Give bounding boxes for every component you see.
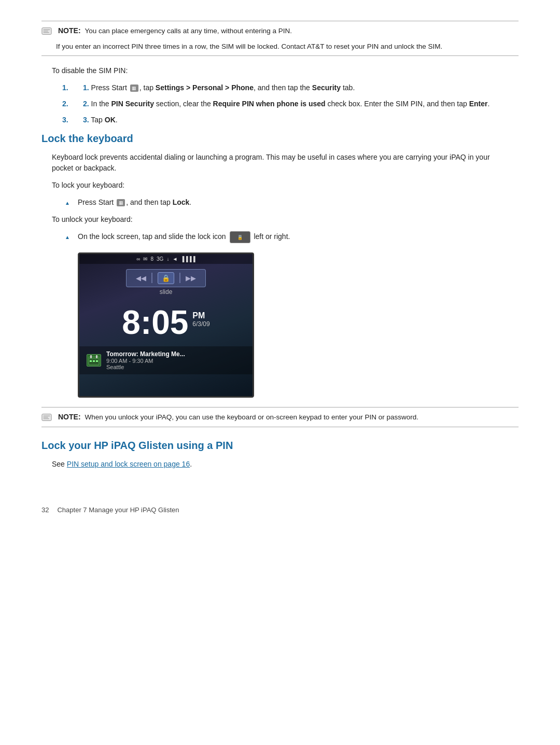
section-lock-keyboard: Lock the keyboard Keyboard lock prevents…: [41, 133, 519, 398]
note-box-top: NOTE: You can place emergency calls at a…: [41, 21, 519, 56]
step-2-bold1: PIN Security: [111, 100, 154, 108]
start-icon-1: ▦: [130, 85, 138, 92]
phone-cal-time: 9:00 AM - 9:30 AM: [106, 358, 245, 364]
note-icon-1: [41, 27, 52, 35]
lock-bullet-bold: Lock: [173, 198, 190, 206]
pin-link[interactable]: PIN setup and lock screen on page 16: [67, 460, 190, 468]
note-line-2: NOTE: When you unlock your iPAQ, you can…: [41, 413, 519, 421]
svg-rect-10: [96, 355, 97, 358]
svg-text:🔒: 🔒: [237, 235, 243, 240]
lock-bullet-item: Press Start ▦, and then tap Lock.: [67, 197, 508, 208]
phone-cal-title: Tomorrow: Marketing Me...: [106, 350, 245, 358]
note-label-1: NOTE:: [58, 26, 81, 35]
status-icon-signal: ↓: [166, 256, 169, 262]
slide-bar-bg: ◀◀ 🔒 ▶▶: [126, 269, 206, 287]
footer: 32 Chapter 7 Manage your HP iPAQ Glisten: [41, 501, 519, 514]
section-heading-lock-keyboard: Lock the keyboard: [41, 133, 519, 145]
note-icon-2: [41, 413, 52, 421]
slide-bar: ◀◀ 🔒 ▶▶: [79, 269, 253, 287]
note-line-1: NOTE: You can place emergency calls at a…: [41, 26, 519, 35]
svg-rect-9: [90, 355, 92, 358]
section-lock-keyboard-body: Keyboard lock prevents accidental dialin…: [41, 152, 519, 398]
pin-see-para: See PIN setup and lock screen on page 16…: [52, 459, 508, 470]
note-label-2: NOTE:: [58, 413, 81, 421]
step-3-label: 3.: [83, 116, 89, 124]
pin-see-text-before: See: [52, 460, 67, 468]
status-icon-voicemail: ∞: [136, 256, 140, 262]
unlock-bullet-list: On the lock screen, tap and slide the lo…: [52, 231, 508, 243]
status-icon-email: ✉: [143, 256, 147, 262]
phone-time-ampm: PM: [192, 311, 205, 320]
phone-time-right: PM 6/3/09: [192, 311, 209, 328]
phone-time-big: 8:05: [122, 306, 188, 339]
status-icon-battery: ▐▐▐▐: [180, 256, 195, 262]
step-2-bold3: Enter: [469, 100, 488, 108]
phone-cal-text: Tomorrow: Marketing Me... 9:00 AM - 9:30…: [106, 350, 245, 370]
note-text-1: You can place emergency calls at any tim…: [85, 27, 291, 35]
step-3-bold1: OK: [105, 116, 116, 124]
status-icon-8: 8: [150, 256, 153, 262]
slide-lock-icon: 🔒: [158, 272, 174, 284]
step-3: 3. Tap OK.: [67, 115, 508, 125]
unlock-bullet-item: On the lock screen, tap and slide the lo…: [67, 231, 508, 243]
section-lock-pin-body: See PIN setup and lock screen on page 16…: [41, 459, 519, 470]
lock-keyboard-lock-intro: To lock your keyboard:: [52, 180, 508, 191]
footer-page-number: 32: [41, 506, 49, 514]
status-icon-3g: 3G: [157, 256, 163, 262]
step-1: 1. Press Start ▦, tap Settings > Persona…: [67, 82, 508, 93]
phone-cal-location: Seattle: [106, 364, 245, 370]
slide-arrows-right: ▶▶: [186, 274, 196, 282]
status-icon-sound: ◄: [172, 256, 177, 262]
pin-see-text-end: .: [190, 460, 192, 468]
phone-time-area: 8:05 PM 6/3/09: [79, 306, 253, 339]
phone-cal-icon: [87, 354, 101, 367]
svg-rect-13: [96, 360, 98, 362]
footer-chapter-text: Chapter 7 Manage your HP iPAQ Glisten: [57, 506, 179, 514]
step-2: 2. In the PIN Security section, clear th…: [67, 99, 508, 109]
phone-status-bar: ∞ ✉ 8 3G ↓ ◄ ▐▐▐▐: [79, 254, 253, 264]
phone-calendar-bar: Tomorrow: Marketing Me... 9:00 AM - 9:30…: [79, 346, 253, 374]
steps-list: 1. Press Start ▦, tap Settings > Persona…: [52, 82, 508, 125]
note-text-2: When you unlock your iPAQ, you can use t…: [85, 413, 418, 421]
phone-time-date: 6/3/09: [192, 320, 209, 328]
note-box-bottom: NOTE: When you unlock your iPAQ, you can…: [41, 407, 519, 427]
unlock-keyboard-intro: To unlock your keyboard:: [52, 214, 508, 225]
step-1-bold1: Settings > Personal > Phone: [156, 83, 254, 92]
section-body-sim: To disable the SIM PIN: 1. Press Start ▦…: [41, 65, 519, 125]
lock-icon-inline: 🔒: [230, 231, 250, 243]
step-1-bold2: Security: [312, 83, 341, 92]
slide-arrows-left: ◀◀: [136, 274, 146, 282]
step-2-bold2: Require PIN when phone is used: [213, 100, 326, 108]
slide-label: slide: [79, 288, 253, 296]
step-1-label: 1.: [83, 83, 89, 92]
disable-sim-intro: To disable the SIM PIN:: [52, 65, 508, 76]
note-indent-1: If you enter an incorrect PIN three time…: [56, 39, 519, 50]
step-2-label: 2.: [83, 100, 89, 108]
svg-rect-12: [93, 360, 95, 362]
start-icon-2: ▦: [117, 199, 125, 206]
phone-screenshot: ∞ ✉ 8 3G ↓ ◄ ▐▐▐▐ ◀◀ 🔒 ▶▶ slide: [78, 252, 254, 398]
svg-rect-11: [90, 360, 92, 362]
section-lock-pin: Lock your HP iPAQ Glisten using a PIN Se…: [41, 440, 519, 470]
lock-bullet-list: Press Start ▦, and then tap Lock.: [52, 197, 508, 208]
lock-keyboard-para1: Keyboard lock prevents accidental dialin…: [52, 152, 508, 174]
section-heading-lock-pin: Lock your HP iPAQ Glisten using a PIN: [41, 440, 519, 452]
